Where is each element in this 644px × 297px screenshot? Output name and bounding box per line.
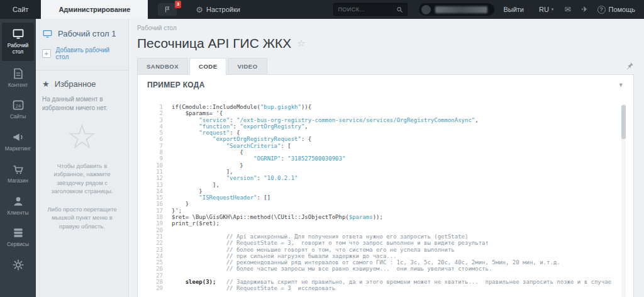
line-number: 10 bbox=[148, 162, 163, 169]
tab-video[interactable]: VIDEO bbox=[228, 58, 267, 75]
settings-label: Настройки bbox=[206, 6, 240, 13]
sidebar-item-services[interactable]: Сервисы bbox=[0, 221, 36, 254]
sidebar: Рабочий стол 1 + Добавить рабочий стол ★… bbox=[36, 19, 129, 297]
code-line: 3 "service": "/ext-bus-org-registry-comm… bbox=[148, 117, 626, 123]
sidebar-item-clients[interactable]: Клиенты bbox=[0, 190, 36, 222]
line-number: 7 bbox=[148, 143, 163, 149]
plane-icon[interactable]: ✈ bbox=[581, 5, 587, 14]
flag-icon bbox=[164, 6, 171, 13]
sidebar-item-content[interactable]: Контент bbox=[0, 62, 36, 94]
line-number: 6 bbox=[148, 136, 163, 142]
question-icon: ? bbox=[597, 6, 606, 14]
code-text: { bbox=[172, 149, 243, 155]
monitor-icon bbox=[42, 29, 53, 38]
favorites-title: Избранное bbox=[55, 79, 96, 89]
code-scrollbar[interactable] bbox=[621, 104, 626, 297]
code-line: 5 "request": { bbox=[148, 130, 626, 136]
code-text: // при сильной нагрузке бывали задержки … bbox=[172, 253, 397, 259]
tab-site[interactable]: Сайт bbox=[0, 0, 41, 19]
settings-button[interactable]: ⚙ Настройки bbox=[196, 5, 240, 14]
code-line: 15 "ISRequestHeader": [] bbox=[148, 194, 626, 201]
pin-icon[interactable] bbox=[626, 62, 634, 70]
panel-title: ПРИМЕР КОДА bbox=[147, 81, 205, 89]
code-text: $params= '{ bbox=[172, 110, 223, 116]
code-line: 7 "SearchCriteria": [ bbox=[148, 143, 626, 149]
collapse-caret-icon[interactable]: ▼ bbox=[618, 82, 624, 88]
desktop-icon bbox=[12, 28, 25, 40]
services-icon bbox=[12, 227, 25, 239]
code-text: print_r($ret); bbox=[172, 220, 219, 227]
desktop-header[interactable]: Рабочий стол 1 bbox=[42, 29, 122, 38]
breadcrumb[interactable]: Рабочий стол bbox=[137, 25, 634, 31]
code-line: 26 // более частые запросы мы все равно … bbox=[148, 266, 626, 272]
tab-administration[interactable]: Администрирование bbox=[41, 0, 148, 19]
line-number: 26 bbox=[148, 266, 163, 272]
code-text: // более меньшие говорят о том, что сист… bbox=[172, 247, 455, 253]
line-number: 20 bbox=[148, 227, 163, 233]
tab-code[interactable]: CODE bbox=[189, 58, 226, 75]
sidebar-item-desktop[interactable]: Рабочий стол bbox=[2, 23, 34, 61]
code-text: sleep(3); // Задерживать скрипт не прави… bbox=[172, 279, 611, 285]
code-text: "service": "/ext-bus-org-registry-common… bbox=[172, 117, 479, 123]
sidebar-item-marketing[interactable]: Маркетинг bbox=[0, 126, 36, 158]
line-number: 11 bbox=[148, 169, 163, 175]
line-number: 16 bbox=[148, 201, 163, 207]
code-text: }'; bbox=[172, 208, 182, 214]
add-desktop-button[interactable]: + Добавить рабочий стол bbox=[42, 47, 122, 60]
user-menu[interactable] bbox=[419, 3, 494, 16]
line-number: 15 bbox=[148, 194, 163, 201]
page-title: Песочница API ГИС ЖКХ bbox=[137, 36, 291, 51]
favorite-star-icon[interactable]: ☆ bbox=[297, 38, 305, 49]
code-line: 6 "exportOrgRegistryRequest": { bbox=[148, 136, 626, 142]
logout-link[interactable]: Выйти bbox=[503, 6, 524, 13]
search-box[interactable] bbox=[333, 3, 408, 16]
code-line: 12 "version": "10.0.2.1" bbox=[148, 175, 626, 181]
search-input[interactable] bbox=[338, 6, 396, 13]
mail-icon[interactable]: ✉ bbox=[564, 5, 570, 14]
code-text: $ret= \Bup\GisGKH\Api::method(\CUtil::Js… bbox=[172, 214, 383, 220]
code-line: 16 } bbox=[148, 201, 626, 207]
sidebar-item-sites[interactable]: 24Сайты bbox=[0, 94, 36, 126]
code-text: "exportOrgRegistryRequest": { bbox=[172, 136, 311, 142]
search-icon[interactable] bbox=[396, 6, 403, 13]
code-line: 24 // при сильной нагрузке бывали задерж… bbox=[148, 253, 626, 259]
add-desktop-label: Добавить рабочий стол bbox=[56, 47, 122, 60]
topbar: Сайт Администрирование 3 ⚙ Настройки Вый… bbox=[0, 0, 644, 19]
code-line: 27 bbox=[148, 272, 626, 279]
code-editor[interactable]: 1if(Cmodule::IncludeModule("bup.gisgkh")… bbox=[148, 104, 626, 297]
line-number: 28 bbox=[148, 279, 163, 285]
help-label: Помощь bbox=[609, 6, 636, 13]
user-name-blurred bbox=[435, 6, 487, 13]
notifications-button[interactable]: 3 bbox=[158, 3, 177, 16]
marketing-icon bbox=[12, 131, 25, 143]
help-button[interactable]: ? Помощь bbox=[597, 6, 636, 14]
nav-item-label: Сервисы bbox=[7, 242, 29, 248]
line-number: 24 bbox=[148, 253, 163, 259]
tab-sandbox[interactable]: SANDBOX bbox=[137, 58, 188, 75]
sidebar-item-store[interactable]: Магазин bbox=[0, 158, 36, 190]
code-text: if(Cmodule::IncludeModule("bup.gisgkh"))… bbox=[172, 104, 311, 110]
code-line: 9 "OGRNIP": "318527500030903" bbox=[148, 155, 626, 162]
line-number: 1 bbox=[148, 104, 163, 110]
plus-icon: + bbox=[42, 49, 51, 58]
sidebar-item-more[interactable] bbox=[0, 254, 36, 279]
empty-star-icon: ☆ bbox=[42, 120, 122, 154]
notification-badge: 3 bbox=[175, 1, 181, 8]
favorites-empty-text: На данный момент в избранном ничего нет. bbox=[42, 95, 122, 113]
divider bbox=[36, 70, 128, 70]
nav-item-label: Рабочий стол bbox=[3, 43, 33, 55]
code-line: 17}'; bbox=[148, 208, 626, 214]
code-text: } bbox=[172, 201, 189, 207]
code-line: 19print_r($ret); bbox=[148, 220, 626, 227]
line-number: 5 bbox=[148, 130, 163, 136]
scrollbar-handle[interactable] bbox=[621, 105, 626, 139]
code-lines: 1if(Cmodule::IncludeModule("bup.gisgkh")… bbox=[148, 104, 626, 292]
avatar bbox=[421, 5, 431, 14]
language-selector[interactable]: RU ▾ bbox=[539, 6, 553, 13]
favorites-hint-add: Чтобы добавить в избранное, нажмите звёз… bbox=[44, 162, 120, 195]
code-line: 29 // RequestState = 3 исследовать bbox=[148, 285, 626, 291]
code-line: 20 bbox=[148, 227, 626, 233]
main-content: Рабочий стол Песочница API ГИС ЖКХ ☆ SAN… bbox=[129, 19, 644, 297]
desktop-label: Рабочий стол 1 bbox=[58, 29, 116, 38]
code-text: // RequestState = 3 исследовать bbox=[172, 285, 335, 291]
